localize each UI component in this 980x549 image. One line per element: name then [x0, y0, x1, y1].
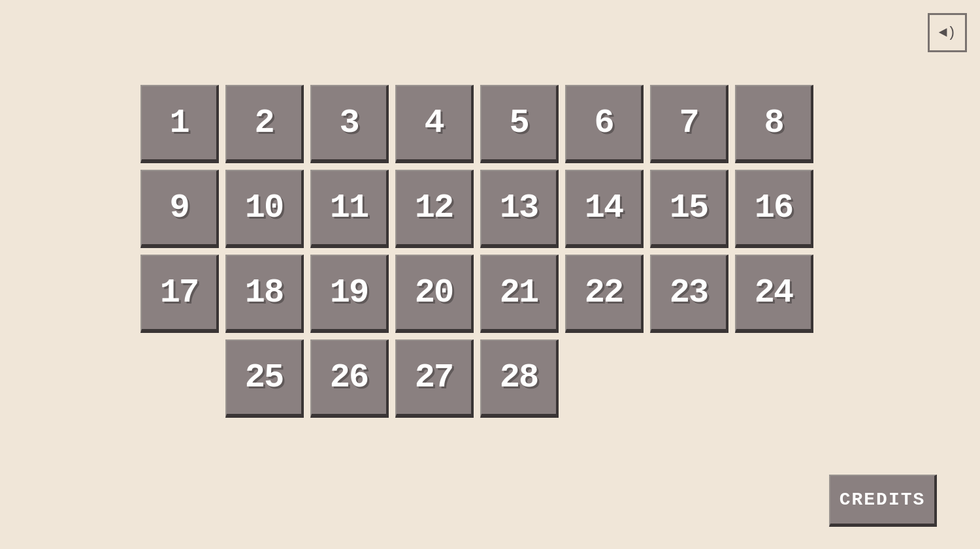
level-number: 9 — [169, 189, 188, 227]
sound-button[interactable]: ◄) — [928, 13, 967, 52]
level-number: 27 — [415, 358, 453, 397]
level-tile-8[interactable]: 8 — [735, 85, 813, 163]
level-tile-14[interactable]: 14 — [565, 170, 644, 248]
level-tile-13[interactable]: 13 — [480, 170, 559, 248]
level-number: 3 — [339, 104, 358, 142]
level-number: 16 — [755, 189, 792, 227]
level-row-4: 25 26 27 28 — [225, 339, 813, 418]
level-tile-16[interactable]: 16 — [735, 170, 813, 248]
credits-label: CREDITS — [840, 490, 926, 510]
level-number: 5 — [509, 104, 528, 142]
level-tile-27[interactable]: 27 — [395, 339, 474, 418]
level-number: 1 — [169, 104, 188, 142]
level-number: 22 — [585, 274, 623, 312]
level-number: 4 — [424, 104, 443, 142]
level-number: 2 — [254, 104, 273, 142]
level-tile-17[interactable]: 17 — [140, 255, 219, 333]
level-tile-23[interactable]: 23 — [650, 255, 728, 333]
level-tile-12[interactable]: 12 — [395, 170, 474, 248]
level-tile-6[interactable]: 6 — [565, 85, 644, 163]
level-number: 28 — [500, 358, 538, 397]
level-number: 7 — [679, 104, 698, 142]
level-grid: 1 2 3 4 5 6 7 8 9 10 11 — [140, 85, 813, 418]
level-row-2: 9 10 11 12 13 14 15 16 — [140, 170, 813, 248]
level-number: 14 — [585, 189, 623, 227]
sound-icon: ◄) — [939, 25, 956, 41]
level-number: 11 — [330, 189, 368, 227]
level-number: 6 — [594, 104, 613, 142]
level-number: 25 — [245, 358, 283, 397]
level-number: 24 — [755, 274, 792, 312]
level-number: 26 — [330, 358, 368, 397]
level-tile-22[interactable]: 22 — [565, 255, 644, 333]
level-tile-1[interactable]: 1 — [140, 85, 219, 163]
level-tile-7[interactable]: 7 — [650, 85, 728, 163]
level-tile-21[interactable]: 21 — [480, 255, 559, 333]
level-number: 15 — [670, 189, 708, 227]
level-number: 8 — [764, 104, 783, 142]
level-number: 21 — [500, 274, 538, 312]
level-tile-28[interactable]: 28 — [480, 339, 559, 418]
level-tile-15[interactable]: 15 — [650, 170, 728, 248]
level-tile-24[interactable]: 24 — [735, 255, 813, 333]
level-number: 23 — [670, 274, 708, 312]
level-row-1: 1 2 3 4 5 6 7 8 — [140, 85, 813, 163]
level-tile-4[interactable]: 4 — [395, 85, 474, 163]
level-tile-3[interactable]: 3 — [310, 85, 389, 163]
level-tile-18[interactable]: 18 — [225, 255, 304, 333]
level-number: 17 — [160, 274, 198, 312]
level-tile-2[interactable]: 2 — [225, 85, 304, 163]
level-tile-10[interactable]: 10 — [225, 170, 304, 248]
level-tile-20[interactable]: 20 — [395, 255, 474, 333]
level-row-3: 17 18 19 20 21 22 23 24 — [140, 255, 813, 333]
level-number: 20 — [415, 274, 453, 312]
level-number: 12 — [415, 189, 453, 227]
level-tile-9[interactable]: 9 — [140, 170, 219, 248]
level-tile-26[interactable]: 26 — [310, 339, 389, 418]
credits-button[interactable]: CREDITS — [829, 475, 937, 527]
level-tile-19[interactable]: 19 — [310, 255, 389, 333]
level-number: 13 — [500, 189, 538, 227]
level-number: 18 — [245, 274, 283, 312]
level-tile-5[interactable]: 5 — [480, 85, 559, 163]
level-tile-11[interactable]: 11 — [310, 170, 389, 248]
level-tile-25[interactable]: 25 — [225, 339, 304, 418]
level-number: 19 — [330, 274, 368, 312]
level-number: 10 — [245, 189, 283, 227]
